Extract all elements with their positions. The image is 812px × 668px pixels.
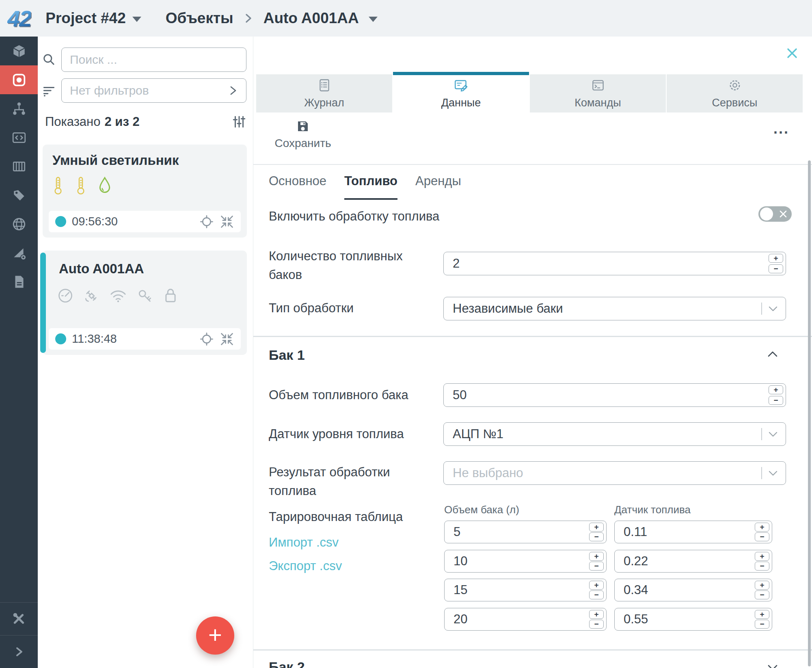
- sidebar-item-columns[interactable]: [0, 152, 38, 181]
- vertical-scrollbar[interactable]: [808, 160, 811, 666]
- sensor-input[interactable]: [614, 579, 772, 601]
- subtab-fuel[interactable]: Топливо: [344, 174, 397, 200]
- sidebar-item-objects[interactable]: [0, 65, 38, 94]
- collapse-card-icon[interactable]: [220, 332, 234, 346]
- gauge-icon: [57, 288, 73, 304]
- breadcrumb-section[interactable]: Объекты: [166, 10, 233, 27]
- sidebar-item-automation-tree[interactable]: [0, 94, 38, 123]
- device-card-smart-lamp[interactable]: Умный светильник 09:56:30: [43, 145, 247, 238]
- decrement-button[interactable]: −: [755, 562, 769, 571]
- decrement-button[interactable]: −: [589, 590, 604, 599]
- selected-value: АЦП №1: [453, 427, 503, 441]
- sensor-input[interactable]: [614, 550, 772, 573]
- project-selector[interactable]: Project #42: [45, 10, 141, 27]
- last-packet-time: 11:38:48: [72, 332, 117, 346]
- decrement-button[interactable]: −: [589, 562, 604, 571]
- collapse-card-icon[interactable]: [220, 214, 234, 229]
- volume-input[interactable]: [444, 579, 607, 601]
- calibration-row-sensor: +−: [614, 579, 772, 601]
- last-packet-time: 09:56:30: [72, 215, 118, 228]
- divider: [253, 164, 812, 165]
- sidebar-item-code-editor[interactable]: [0, 123, 38, 152]
- thermometer-icon: [52, 176, 64, 195]
- selected-value: Независимые баки: [453, 301, 563, 316]
- divider: [253, 336, 812, 337]
- tab-journal[interactable]: Журнал: [256, 74, 392, 112]
- volume-input[interactable]: [444, 521, 607, 543]
- chevron-right-icon: [243, 11, 254, 25]
- sensor-input[interactable]: [614, 608, 772, 631]
- sensor-input[interactable]: [614, 521, 772, 543]
- increment-button[interactable]: +: [769, 254, 783, 263]
- sidebar-item-network[interactable]: [0, 210, 38, 238]
- volume-input[interactable]: [444, 608, 607, 631]
- increment-button[interactable]: +: [755, 523, 769, 532]
- increment-button[interactable]: +: [755, 610, 769, 619]
- shown-count-value: 2 из 2: [104, 115, 139, 129]
- tab-data[interactable]: Данные: [393, 74, 529, 112]
- processing-type-select[interactable]: Независимые баки: [443, 297, 786, 320]
- thermometer-icon: [75, 176, 86, 195]
- chevron-down-icon[interactable]: [767, 663, 779, 668]
- sidebar-item-models[interactable]: [0, 37, 38, 65]
- increment-button[interactable]: +: [589, 523, 604, 532]
- decrement-button[interactable]: −: [769, 396, 783, 405]
- device-status-bar: 09:56:30: [49, 211, 241, 232]
- sidebar-item-signal-settings[interactable]: [0, 238, 38, 267]
- increment-button[interactable]: +: [755, 552, 769, 561]
- increment-button[interactable]: +: [589, 581, 604, 590]
- locate-icon[interactable]: [199, 332, 214, 346]
- increment-button[interactable]: +: [755, 581, 769, 590]
- decrement-button[interactable]: −: [755, 620, 769, 629]
- decrement-button[interactable]: −: [755, 532, 769, 541]
- sidebar-item-tools[interactable]: [0, 602, 38, 635]
- tank-volume-input[interactable]: [443, 383, 786, 407]
- globe-icon: [11, 216, 27, 232]
- object-list-panel: Показано 2 из 2 Умный светильник 09:56:3…: [38, 37, 253, 668]
- sidebar-item-tags[interactable]: [0, 181, 38, 210]
- columns-icon: [11, 159, 27, 174]
- save-label: Сохранить: [274, 137, 331, 150]
- search-input[interactable]: [61, 48, 246, 72]
- sidebar-collapse-button[interactable]: [0, 635, 38, 668]
- processing-result-select[interactable]: Не выбрано: [443, 461, 786, 485]
- volume-input[interactable]: [444, 550, 607, 573]
- close-icon[interactable]: [785, 46, 799, 60]
- subtab-rents[interactable]: Аренды: [415, 174, 461, 200]
- online-status-dot: [55, 216, 66, 227]
- subtab-main[interactable]: Основное: [269, 174, 326, 200]
- project-label: Project #42: [45, 10, 125, 27]
- key-icon: [137, 288, 153, 304]
- sidebar-item-documents[interactable]: [0, 267, 38, 296]
- data-edit-icon: [453, 78, 469, 93]
- tank2-section-title: Бак 2: [269, 659, 305, 668]
- decrement-button[interactable]: −: [769, 264, 783, 273]
- fuel-processing-toggle[interactable]: [758, 206, 792, 222]
- list-settings-icon[interactable]: [232, 115, 246, 129]
- fuel-sensor-select[interactable]: АЦП №1: [443, 422, 786, 446]
- increment-button[interactable]: +: [769, 385, 783, 394]
- chevron-up-icon[interactable]: [767, 350, 779, 359]
- import-csv-link[interactable]: Импорт .csv: [269, 535, 339, 550]
- tab-services[interactable]: Сервисы: [667, 74, 803, 112]
- decrement-button[interactable]: −: [589, 532, 604, 541]
- tank-volume-field: + −: [443, 383, 786, 407]
- locate-icon[interactable]: [199, 214, 214, 229]
- chevron-down-icon: [768, 431, 778, 438]
- breadcrumb-item[interactable]: Auto A001AA: [263, 10, 359, 27]
- increment-button[interactable]: +: [589, 610, 604, 619]
- device-card-auto-a001aa[interactable]: Auto A001AA 11:38:48: [43, 251, 247, 355]
- plus-icon: +: [208, 623, 222, 646]
- search-icon: [42, 52, 56, 67]
- tab-commands[interactable]: Команды: [530, 74, 666, 112]
- decrement-button[interactable]: −: [755, 590, 769, 599]
- chevron-right-icon[interactable]: [227, 84, 239, 97]
- tank-count-input[interactable]: [443, 252, 786, 275]
- save-button[interactable]: Сохранить: [266, 119, 339, 150]
- increment-button[interactable]: +: [589, 552, 604, 561]
- filter-input[interactable]: [61, 78, 246, 103]
- add-object-button[interactable]: +: [196, 616, 234, 655]
- decrement-button[interactable]: −: [589, 620, 604, 629]
- more-menu-button[interactable]: ...: [773, 125, 789, 133]
- export-csv-link[interactable]: Экспорт .csv: [269, 559, 342, 573]
